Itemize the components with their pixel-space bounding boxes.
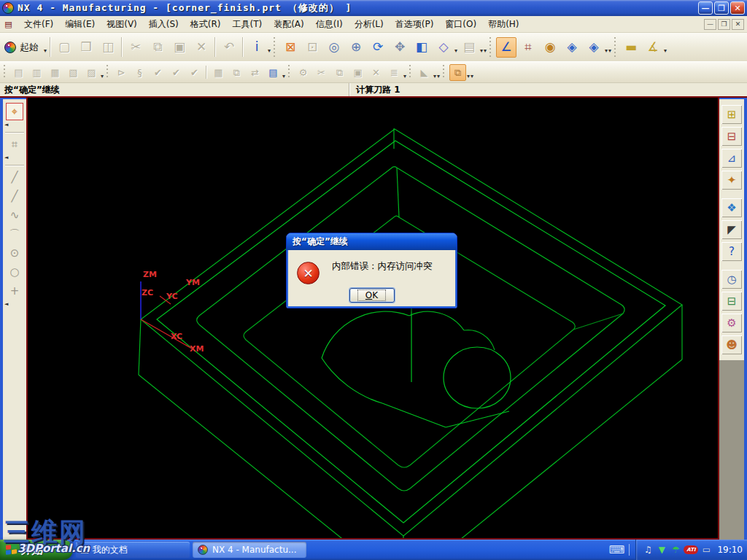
menu-item-12[interactable]: 帮助(H)	[482, 16, 525, 33]
arc-tool-button[interactable]: ⌒	[6, 225, 23, 243]
save-part-button[interactable]: ◫	[98, 37, 118, 58]
measure-distance-button[interactable]: ▬	[621, 37, 641, 58]
menu-item-4[interactable]: 插入(S)	[143, 16, 185, 33]
menu-item-1[interactable]: 文件(F)	[18, 16, 59, 33]
dropdown-arrow-icon[interactable]: ▾	[101, 73, 104, 79]
operation-navigator-tab[interactable]: ⊿	[721, 149, 742, 168]
menu-item-10[interactable]: 首选项(P)	[390, 16, 440, 33]
maximize-button[interactable]: ❐	[714, 1, 729, 15]
selection-filter-button[interactable]: ⌖	[6, 103, 23, 120]
menu-item-6[interactable]: 工具(T)	[226, 16, 268, 33]
assembly-navigator-tab[interactable]: ⊞	[721, 105, 742, 124]
dropdown-arrow-icon[interactable]: ▾	[605, 47, 608, 54]
toolbar-grip[interactable]	[443, 65, 446, 79]
import-part-button[interactable]: ◈	[562, 37, 582, 58]
menu-item-11[interactable]: 窗口(O)	[439, 16, 482, 33]
ati-tray-icon[interactable]: ATI	[684, 545, 698, 554]
circle-center-button[interactable]: ⊙	[6, 244, 23, 262]
paste-button[interactable]: ▣	[169, 37, 190, 58]
fit-view-button[interactable]: ⊠	[280, 37, 301, 58]
close-button[interactable]: ✕	[730, 1, 745, 15]
mdi-restore-button[interactable]: ❐	[718, 19, 730, 30]
point-tool-button[interactable]: +	[6, 282, 23, 300]
object-display-button[interactable]: ≣	[386, 64, 403, 81]
generate-toolpath-button[interactable]: ⊳	[113, 64, 130, 81]
display-tool-button[interactable]: ◣	[416, 64, 433, 81]
zoom-window-button[interactable]: ◎	[324, 37, 344, 58]
menu-item-5[interactable]: 格式(R)	[185, 16, 227, 33]
mdi-close-button[interactable]: ✕	[732, 19, 744, 30]
collapse-arrow-icon[interactable]: ◄	[4, 301, 8, 307]
graphics-viewport[interactable]: ZMZCYMYCXCXM 按“确定”继续 ✕ 内部错误：内存访问冲突 OK	[26, 98, 719, 540]
simulate-machine-button[interactable]: ✔	[168, 64, 185, 81]
snapshot-button[interactable]: ▤	[459, 37, 479, 58]
refresh-view-button[interactable]: ⊡	[302, 37, 322, 58]
toolbar-overflow-arrow[interactable]: ▾	[437, 73, 440, 79]
nx-start-button[interactable]: 起始	[2, 37, 43, 58]
create-geometry-button[interactable]: ▦	[47, 64, 63, 81]
history-tab[interactable]: ◷	[721, 270, 742, 289]
export-part-button[interactable]: ◈	[584, 37, 604, 58]
palettes-tab[interactable]: ⊟	[721, 292, 742, 311]
edit-object-button[interactable]: ⚙	[295, 64, 311, 81]
undo-button[interactable]: ↶	[219, 37, 239, 58]
create-program-button[interactable]: ▤	[10, 64, 27, 81]
toolbar-grip[interactable]	[409, 65, 413, 79]
toolbar-grip[interactable]	[288, 65, 292, 79]
delete-button[interactable]: ✕	[191, 37, 212, 58]
shaded-display-button[interactable]: ◧	[411, 37, 432, 58]
information-button[interactable]: i	[247, 37, 267, 58]
start-button[interactable]: 开始	[0, 540, 73, 560]
copy-button[interactable]: ⧉	[147, 37, 168, 58]
mdi-minimize-button[interactable]: —	[704, 19, 716, 30]
create-operation-button[interactable]: ▨	[83, 64, 100, 81]
toolbar-overflow-arrow[interactable]: ▾	[484, 47, 487, 54]
customer-center-tab[interactable]: ☻	[721, 335, 742, 354]
dropdown-arrow-icon[interactable]: ▾	[282, 73, 285, 79]
tutorials-tab[interactable]: ◤	[721, 220, 742, 239]
open-part-button[interactable]: ❒	[76, 37, 96, 58]
toolbar-grip[interactable]	[107, 65, 110, 79]
dropdown-arrow-icon[interactable]: ▾	[403, 73, 406, 79]
operation-listing-button[interactable]: ▤	[265, 64, 282, 81]
rotate-view-button[interactable]: ⟳	[368, 37, 388, 58]
operation-navigator-toggle-button[interactable]: ⧉	[449, 64, 466, 81]
reuse-library-tab[interactable]: ✦	[721, 171, 742, 190]
postprocess-button[interactable]: ✔	[186, 64, 203, 81]
input-method-keyboard-icon[interactable]: ⌨	[609, 543, 625, 556]
ok-button[interactable]: OK	[349, 288, 395, 303]
snap-point-button[interactable]: ⌗	[518, 37, 538, 58]
verify-toolpath-button[interactable]: ✔	[150, 64, 166, 81]
toolbar-grip[interactable]	[614, 37, 618, 58]
circle-tool-button[interactable]: ○	[6, 263, 23, 281]
measure-angle-button[interactable]: ∡	[643, 37, 663, 58]
associative-line-button[interactable]: ╱	[6, 187, 23, 205]
menu-item-9[interactable]: 分析(L)	[349, 16, 390, 33]
paste-object-button[interactable]: ▣	[349, 64, 366, 81]
spline-tool-button[interactable]: ∿	[6, 206, 23, 224]
display-tray-icon[interactable]: ▭	[700, 544, 712, 556]
updater-tray-icon[interactable]: ▼	[656, 544, 667, 556]
dropdown-arrow-icon[interactable]: ▾	[454, 47, 457, 54]
process-tools-tab[interactable]: ⚙	[721, 314, 742, 332]
wcs-dynamics-button[interactable]: ∠	[496, 37, 516, 58]
pan-view-button[interactable]: ✥	[390, 37, 410, 58]
antivirus-umbrella-tray-icon[interactable]: ☂	[670, 544, 681, 556]
toolbar-overflow-arrow[interactable]: ▾	[608, 47, 611, 54]
dropdown-arrow-icon[interactable]: ▾	[433, 73, 436, 79]
dropdown-arrow-icon[interactable]: ▾	[467, 73, 470, 79]
taskbar-button-1[interactable]: ❒我的文档	[76, 542, 190, 558]
menu-item-8[interactable]: 信息(I)	[310, 16, 349, 33]
roles-palette-button[interactable]: ◉	[540, 37, 560, 58]
menu-item-3[interactable]: 视图(V)	[101, 16, 143, 33]
taskbar-button-2[interactable]: NX 4 - Manufactu...	[193, 542, 306, 558]
minimize-button[interactable]: —	[698, 1, 713, 15]
collapse-arrow-icon[interactable]: ◄	[4, 155, 8, 160]
copy-object-button[interactable]: ⧉	[331, 64, 348, 81]
snap-point-tools-button[interactable]: ⌗	[6, 136, 23, 153]
dropdown-arrow-icon[interactable]: ▾	[268, 47, 271, 54]
toolpath-sync-button[interactable]: ⇄	[247, 64, 263, 81]
help-tab[interactable]: ?	[721, 242, 742, 261]
toolbar-grip[interactable]	[274, 37, 277, 58]
menu-item-2[interactable]: 编辑(E)	[59, 16, 101, 33]
